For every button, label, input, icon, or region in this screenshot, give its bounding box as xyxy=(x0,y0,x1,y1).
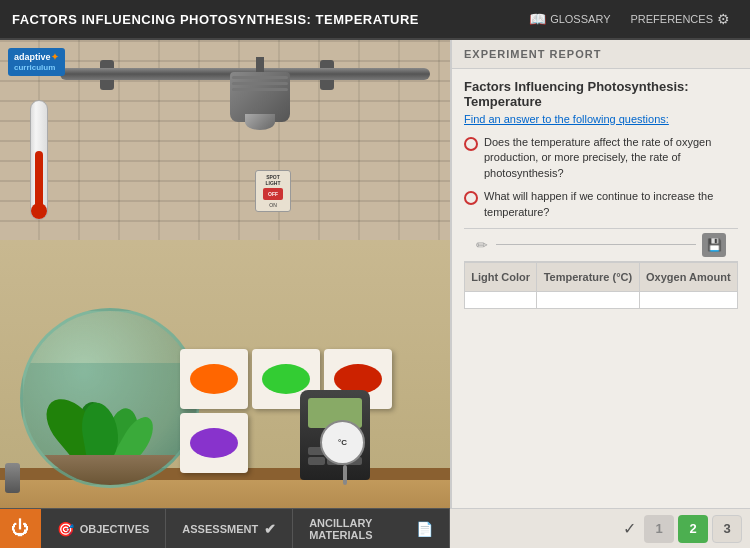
question-text-1: Does the temperature affect the rate of … xyxy=(484,135,738,181)
probe-dial: °C xyxy=(320,420,365,465)
col-header-temperature: Temperature (°C) xyxy=(537,262,639,291)
book-icon: 📖 xyxy=(529,11,546,27)
pagination-bar: ✓ 1 2 3 xyxy=(450,508,750,548)
temperature-probe: °C xyxy=(320,420,370,480)
objectives-icon: 🎯 xyxy=(57,521,74,537)
main-content: adaptive✦ curriculum SPOT LIGHT OFF xyxy=(0,40,750,548)
objectives-nav[interactable]: 🎯 OBJECTIVES xyxy=(41,509,167,548)
col-header-oxygen: Oxygen Amount xyxy=(639,262,737,291)
page-title: FACTORS INFLUENCING PHOTOSYNTHESIS: TEMP… xyxy=(12,12,419,27)
question-2: What will happen if we continue to incre… xyxy=(464,189,738,220)
assessment-nav[interactable]: ASSESSMENT ✔ xyxy=(166,509,293,548)
bottom-toolbar: ⏻ 🎯 OBJECTIVES ASSESSMENT ✔ ANCILLARY MA… xyxy=(0,508,450,548)
page-3-button[interactable]: 3 xyxy=(712,515,742,543)
report-title: Factors Influencing Photosynthesis: Temp… xyxy=(464,79,738,109)
question-text-2: What will happen if we continue to incre… xyxy=(484,189,738,220)
page-1-button[interactable]: 1 xyxy=(644,515,674,543)
preferences-label: PREFERENCES xyxy=(630,13,713,25)
document-icon: 📄 xyxy=(416,521,433,537)
page-1-label: 1 xyxy=(655,521,662,536)
page-2-button[interactable]: 2 xyxy=(678,515,708,543)
switch-label-light: LIGHT xyxy=(259,180,287,186)
aquatic-plant xyxy=(63,335,163,465)
cell-oxygen xyxy=(639,291,737,308)
question-bullet xyxy=(464,137,478,151)
logo-dot: ✦ xyxy=(51,52,59,62)
switch-toggle[interactable]: OFF xyxy=(263,188,283,200)
report-content: Factors Influencing Photosynthesis: Temp… xyxy=(452,69,750,548)
assessment-label: ASSESSMENT xyxy=(182,523,258,535)
check-icon: ✓ xyxy=(623,519,636,538)
power-icon: ⏻ xyxy=(11,518,29,539)
table-row xyxy=(465,291,738,308)
thermo-liquid xyxy=(35,151,43,211)
probe-stem xyxy=(343,465,347,485)
glossary-label: GLOSSARY xyxy=(550,13,610,25)
divider-line xyxy=(496,244,696,245)
color-card-orange[interactable] xyxy=(180,349,248,409)
objectives-label: OBJECTIVES xyxy=(80,523,150,535)
switch-state: OFF xyxy=(268,191,278,197)
question-1: Does the temperature affect the rate of … xyxy=(464,135,738,181)
divider-row: ✏ 💾 xyxy=(464,228,738,262)
header-actions: 📖 GLOSSARY PREFERENCES ⚙ xyxy=(521,7,738,31)
preferences-button[interactable]: PREFERENCES ⚙ xyxy=(622,7,738,31)
report-header: EXPERIMENT REPORT xyxy=(452,40,750,69)
logo-line1: adaptive xyxy=(14,52,51,62)
spotlight-body xyxy=(230,72,290,122)
data-table: Light Color Temperature (°C) Oxygen Amou… xyxy=(464,262,738,309)
save-icon[interactable]: 💾 xyxy=(702,233,726,257)
spotlight-lens xyxy=(245,114,275,130)
color-card-purple[interactable] xyxy=(180,413,248,473)
report-panel: EXPERIMENT REPORT Factors Influencing Ph… xyxy=(450,40,750,548)
logo-text-line2: curriculum xyxy=(14,63,59,73)
fishbowl-gravel xyxy=(23,455,197,485)
logo: adaptive✦ curriculum xyxy=(8,48,65,76)
switch-on-label: ON xyxy=(259,202,287,208)
question-bullet xyxy=(464,191,478,205)
wall-thermometer xyxy=(30,100,48,220)
logo-text-line1: adaptive✦ xyxy=(14,52,59,63)
scene-panel: adaptive✦ curriculum SPOT LIGHT OFF xyxy=(0,40,450,548)
cell-temperature xyxy=(537,291,639,308)
gear-icon: ⚙ xyxy=(717,11,730,27)
power-button[interactable]: ⏻ xyxy=(0,509,41,548)
ancillary-label: ANCILLARY MATERIALS xyxy=(309,517,410,541)
spotlight-switch[interactable]: SPOT LIGHT OFF ON xyxy=(255,170,291,212)
purple-oval xyxy=(190,428,238,458)
glossary-button[interactable]: 📖 GLOSSARY xyxy=(521,7,618,31)
pencil-icon: ✏ xyxy=(476,237,492,253)
aquarium xyxy=(20,308,200,488)
orange-oval xyxy=(190,364,238,394)
table-body xyxy=(465,291,738,308)
ancillary-nav[interactable]: ANCILLARY MATERIALS 📄 xyxy=(293,509,450,548)
app-header: FACTORS INFLUENCING PHOTOSYNTHESIS: TEMP… xyxy=(0,0,750,40)
aquarium-pump xyxy=(5,463,20,493)
page-3-label: 3 xyxy=(723,521,730,536)
cell-light-color xyxy=(465,291,537,308)
checkmark-icon: ✔ xyxy=(264,521,276,537)
spotlight xyxy=(230,72,290,122)
thermo-bulb xyxy=(31,203,47,219)
col-header-light-color: Light Color xyxy=(465,262,537,291)
report-subtitle: Find an answer to the following question… xyxy=(464,113,738,125)
page-2-label: 2 xyxy=(689,521,696,536)
green-oval xyxy=(262,364,310,394)
